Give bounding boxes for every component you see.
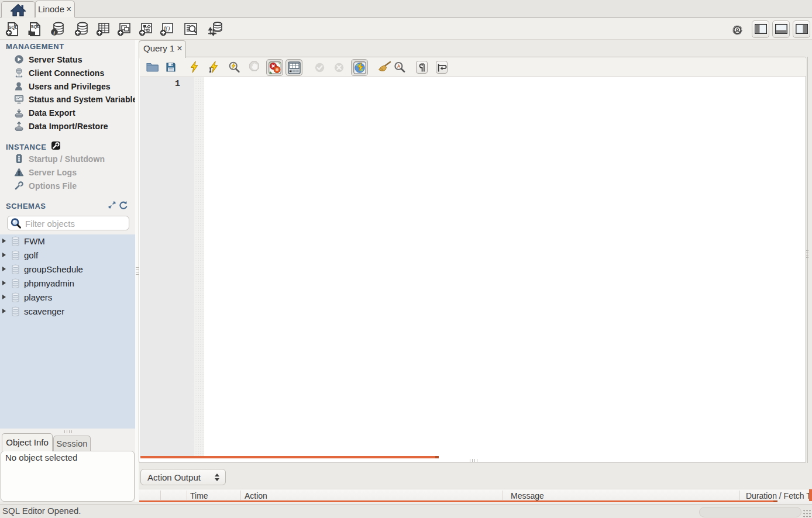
svg-text:SQL: SQL — [31, 24, 40, 29]
svg-text:SQL: SQL — [9, 25, 18, 30]
